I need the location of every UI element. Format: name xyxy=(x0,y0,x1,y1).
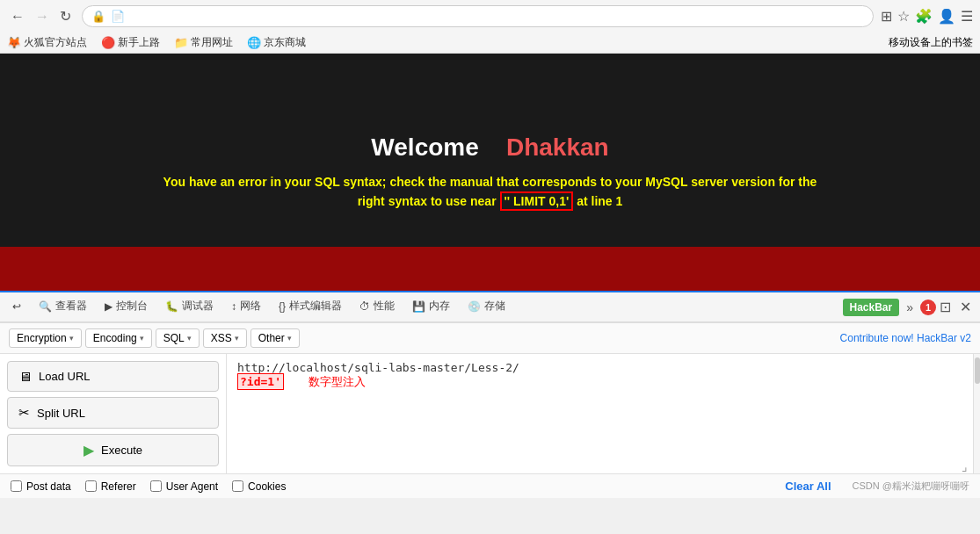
page-icon: 📄 xyxy=(111,10,125,23)
xss-label: XSS xyxy=(211,332,232,344)
user-agent-label: User Agent xyxy=(166,480,218,493)
security-icon: 🔒 xyxy=(91,10,105,23)
devtools-bar: ↩ 🔍 查看器 ▶ 控制台 🐛 调试器 ↕ 网络 {} 样式编辑器 ⏱ 性能 💾… xyxy=(0,291,980,322)
encryption-menu[interactable]: Encryption ▾ xyxy=(9,328,82,348)
url-line2: ?id=1' xyxy=(237,373,284,390)
profile-button[interactable]: 👤 xyxy=(938,8,955,25)
cookies-input[interactable] xyxy=(232,480,243,492)
devtools-tab-storage[interactable]: 💿 存储 xyxy=(459,293,514,321)
globe-icon: 🌐 xyxy=(247,36,261,49)
sql-arrow: ▾ xyxy=(187,334,192,343)
load-url-icon: 🖥 xyxy=(18,369,32,384)
back-button[interactable]: ← xyxy=(7,7,28,26)
split-url-icon: ✂ xyxy=(18,405,30,421)
devtools-close-button[interactable]: ✕ xyxy=(955,297,976,317)
back-icon: ↩ xyxy=(12,300,21,313)
bookmark-firefox[interactable]: 🦊 火狐官方站点 xyxy=(7,35,87,50)
devtools-tab-debugger[interactable]: 🐛 调试器 xyxy=(156,293,222,321)
hackbar-bottom: Post data Referer User Agent Cookies Cle… xyxy=(0,473,980,498)
encryption-label: Encryption xyxy=(17,332,67,344)
more-button[interactable]: » xyxy=(903,299,917,316)
devtools-tab-back[interactable]: ↩ xyxy=(4,295,30,320)
page-content: Welcome Dhakkan You have an error in you… xyxy=(0,116,980,229)
sql-button[interactable]: SQL ▾ xyxy=(156,328,200,348)
hackbar-tab[interactable]: HackBar xyxy=(843,299,900,316)
newuser-icon: 🔴 xyxy=(101,36,115,49)
load-url-button[interactable]: 🖥 Load URL xyxy=(7,361,219,392)
reload-button[interactable]: ↻ xyxy=(56,6,75,26)
execute-button[interactable]: ▶ Execute xyxy=(7,434,219,466)
url-display[interactable]: http://localhost/sqli-labs-master/Less-2… xyxy=(227,354,973,459)
sql-label: SQL xyxy=(163,332,185,344)
error-badge: 1 xyxy=(920,299,936,315)
bookmark-common[interactable]: 📁 常用网址 xyxy=(174,35,233,50)
user-agent-checkbox[interactable]: User Agent xyxy=(150,480,218,493)
folder-icon: 📁 xyxy=(174,36,188,49)
clear-all-button[interactable]: Clear All xyxy=(785,480,831,493)
encoding-button[interactable]: Encoding ▾ xyxy=(85,328,152,348)
expand-button[interactable]: ⊡ xyxy=(940,299,951,315)
referer-input[interactable] xyxy=(85,480,97,492)
url-annotation: 数字型注入 xyxy=(309,375,366,388)
post-data-label: Post data xyxy=(26,480,71,493)
xss-button[interactable]: XSS ▾ xyxy=(203,328,247,348)
scrollbar[interactable] xyxy=(973,354,980,473)
style-icon: {} xyxy=(279,300,286,313)
referer-checkbox[interactable]: Referer xyxy=(85,480,136,493)
execute-icon: ▶ xyxy=(83,442,94,458)
bookmark-jd[interactable]: 🌐 京东商城 xyxy=(247,35,306,50)
post-data-input[interactable] xyxy=(11,480,22,492)
inspector-icon: 🔍 xyxy=(39,300,52,313)
devtools-tab-perf[interactable]: ⏱ 性能 xyxy=(351,293,403,321)
other-menu[interactable]: Other ▾ xyxy=(250,328,300,348)
encryption-arrow: ▾ xyxy=(69,334,74,343)
hackbar-left: 🖥 Load URL ✂ Split URL ▶ Execute xyxy=(0,354,227,473)
devtools-tab-style[interactable]: {} 样式编辑器 xyxy=(270,293,351,321)
mobile-bookmarks: 移动设备上的书签 xyxy=(889,35,973,50)
other-button[interactable]: Other ▾ xyxy=(250,328,300,348)
memory-icon: 💾 xyxy=(412,300,425,313)
cookies-checkbox[interactable]: Cookies xyxy=(232,480,286,493)
split-url-button[interactable]: ✂ Split URL xyxy=(7,397,219,429)
hackbar-toolbar: Encryption ▾ Encoding ▾ SQL ▾ XSS ▾ Othe xyxy=(0,323,980,354)
xss-arrow: ▾ xyxy=(235,334,239,343)
perf-icon: ⏱ xyxy=(359,300,370,313)
menu-button[interactable]: ☰ xyxy=(961,8,973,25)
encoding-label: Encoding xyxy=(93,332,137,344)
scroll-thumb xyxy=(975,357,980,384)
welcome-line: Welcome Dhakkan xyxy=(18,134,962,162)
url-line2-wrapper: ?id=1' 数字型注入 xyxy=(237,374,962,390)
address-bar[interactable]: 🔒 📄 localhost/sqli-labs-master/Less-2/?i… xyxy=(82,5,874,27)
user-agent-input[interactable] xyxy=(150,480,162,492)
sql-menu[interactable]: SQL ▾ xyxy=(156,328,200,348)
contribute-text[interactable]: Contribute now! HackBar v2 xyxy=(840,332,971,344)
qr-button[interactable]: ⊞ xyxy=(881,8,892,25)
browser-content: Welcome Dhakkan You have an error in you… xyxy=(0,54,980,291)
extensions-button[interactable]: 🧩 xyxy=(915,8,933,25)
address-input[interactable]: localhost/sqli-labs-master/Less-2/?id=1' xyxy=(130,10,864,23)
error-line3: at line 1 xyxy=(577,194,622,208)
devtools-tab-memory[interactable]: 💾 内存 xyxy=(403,293,459,321)
bookmark-newuser[interactable]: 🔴 新手上路 xyxy=(101,35,160,50)
storage-icon: 💿 xyxy=(468,300,481,313)
hackbar-right: http://localhost/sqli-labs-master/Less-2… xyxy=(227,354,973,473)
encryption-button[interactable]: Encryption ▾ xyxy=(9,328,82,348)
devtools-right: HackBar » 1 ⊡ ✕ xyxy=(843,297,977,317)
hackbar-body: 🖥 Load URL ✂ Split URL ▶ Execute http://… xyxy=(0,354,980,473)
error-line1: You have an error in your SQL syntax; ch… xyxy=(163,175,817,189)
console-icon: ▶ xyxy=(105,300,113,313)
execute-label: Execute xyxy=(101,444,142,457)
firefox-icon: 🦊 xyxy=(7,36,21,49)
network-icon: ↕ xyxy=(231,300,236,313)
devtools-tab-console[interactable]: ▶ 控制台 xyxy=(96,293,156,321)
star-button[interactable]: ☆ xyxy=(897,8,910,25)
welcome-name: Dhakkan xyxy=(506,134,609,161)
devtools-tab-network[interactable]: ↕ 网络 xyxy=(222,293,270,321)
forward-button[interactable]: → xyxy=(32,7,53,26)
post-data-checkbox[interactable]: Post data xyxy=(11,480,71,493)
encoding-menu[interactable]: Encoding ▾ xyxy=(85,328,152,348)
hackbar-panel: Encryption ▾ Encoding ▾ SQL ▾ XSS ▾ Othe xyxy=(0,322,980,498)
xss-menu[interactable]: XSS ▾ xyxy=(203,328,247,348)
referer-label: Referer xyxy=(101,480,136,493)
devtools-tab-inspector[interactable]: 🔍 查看器 xyxy=(30,293,96,321)
